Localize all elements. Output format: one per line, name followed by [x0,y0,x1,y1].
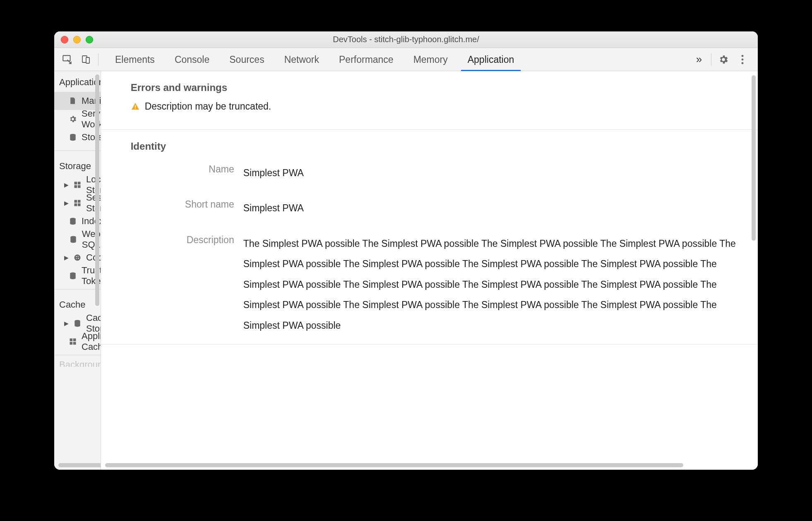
file-icon [68,96,77,105]
expand-caret-icon: ▶ [64,320,69,327]
sidebar-item-label: Application Cache [82,331,101,352]
identity-fields: Name Simplest PWA Short name Simplest PW… [131,160,751,336]
db-icon [68,271,77,280]
short-name-value: Simplest PWA [243,198,751,218]
identity-section: Identity Name Simplest PWA Short name Si… [101,130,758,344]
grid-icon [73,180,82,189]
inspect-element-button[interactable] [58,48,77,71]
window-zoom-button[interactable] [86,36,93,43]
db-icon [68,133,77,142]
sidebar-item-storage[interactable]: Storage [54,128,101,146]
sidebar-item-application-cache[interactable]: Application Cache [54,332,101,351]
kebab-menu-button[interactable] [733,48,752,71]
sidebar-section-cutoff: Background Services [54,359,101,367]
main-hscrollbar[interactable] [105,463,683,467]
name-value: Simplest PWA [243,163,751,183]
sidebar-section-storage: Storage [54,155,101,176]
svg-rect-6 [135,105,136,108]
identity-heading: Identity [131,141,751,152]
tab-sources[interactable]: Sources [219,48,274,71]
sidebar-item-session-storage[interactable]: ▶Session Storage [54,194,101,212]
application-sidebar: ApplicationManifestService WorkersStorag… [54,71,101,470]
sidebar-item-cache-storage[interactable]: ▶Cache Storage [54,314,101,332]
window-title: DevTools - stitch-glib-typhoon.glitch.me… [54,35,758,44]
sidebar-hscrollbar[interactable] [58,463,101,467]
tab-application[interactable]: Application [458,48,524,71]
short-name-label: Short name [131,198,234,218]
description-label: Description [131,234,234,336]
body: ApplicationManifestService WorkersStorag… [54,71,758,470]
db-icon [68,217,77,226]
grid-icon [73,198,82,208]
window-controls [54,36,93,43]
svg-rect-0 [63,55,70,61]
svg-point-3 [742,55,744,57]
panel-tabs: ElementsConsoleSourcesNetworkPerformance… [105,48,524,71]
sidebar-item-service-workers[interactable]: Service Workers [54,110,101,128]
window-minimize-button[interactable] [73,36,81,43]
warning-row: Description may be truncated. [131,101,751,112]
device-toolbar-button[interactable] [77,48,96,71]
main-scrollbar[interactable] [752,75,756,241]
db-icon [73,319,82,328]
sidebar-item-trust-tokens[interactable]: Trust Tokens [54,267,101,285]
db-icon [69,235,78,244]
toolbar-divider [98,53,98,66]
devtools-window: DevTools - stitch-glib-typhoon.glitch.me… [54,31,758,470]
svg-rect-2 [86,57,89,63]
errors-section: Errors and warnings Description may be t… [101,71,758,120]
tab-elements[interactable]: Elements [105,48,165,71]
svg-point-4 [742,58,744,60]
tab-network[interactable]: Network [274,48,329,71]
expand-caret-icon: ▶ [64,254,69,261]
gear-icon [68,115,77,124]
sidebar-item-web-sql[interactable]: Web SQL [54,230,101,249]
svg-point-5 [742,62,744,64]
name-label: Name [131,163,234,183]
warning-icon [131,102,140,111]
errors-heading: Errors and warnings [131,82,751,93]
more-tabs-button[interactable]: » [689,53,709,66]
window-close-button[interactable] [61,36,68,43]
toolbar-divider [711,53,711,66]
sidebar-item-local-storage[interactable]: ▶Local Storage [54,176,101,194]
sidebar-item-cookies[interactable]: ▶Cookies [54,249,101,267]
description-value: The Simplest PWA possible The Simplest P… [243,234,751,336]
titlebar: DevTools - stitch-glib-typhoon.glitch.me… [54,31,758,48]
sidebar-scrollbar[interactable] [95,74,99,306]
warning-text: Description may be truncated. [145,101,271,112]
tab-memory[interactable]: Memory [404,48,458,71]
grid-icon [68,337,77,346]
toolbar-left [58,48,105,71]
manifest-panel: Errors and warnings Description may be t… [101,71,758,470]
toolbar: ElementsConsoleSourcesNetworkPerformance… [54,48,758,71]
expand-caret-icon: ▶ [64,182,69,188]
sidebar-item-indexeddb[interactable]: IndexedDB [54,212,101,230]
sidebar-section-application: Application [54,71,101,92]
tab-performance[interactable]: Performance [329,48,404,71]
tab-console[interactable]: Console [165,48,219,71]
sidebar-section-cache: Cache [54,294,101,314]
svg-rect-7 [135,108,136,109]
toolbar-right: » [689,48,754,71]
sidebar-item-manifest[interactable]: Manifest [54,92,101,110]
cookie-icon [73,253,82,262]
expand-caret-icon: ▶ [64,200,69,206]
settings-button[interactable] [714,48,733,71]
section-divider [101,344,758,344]
